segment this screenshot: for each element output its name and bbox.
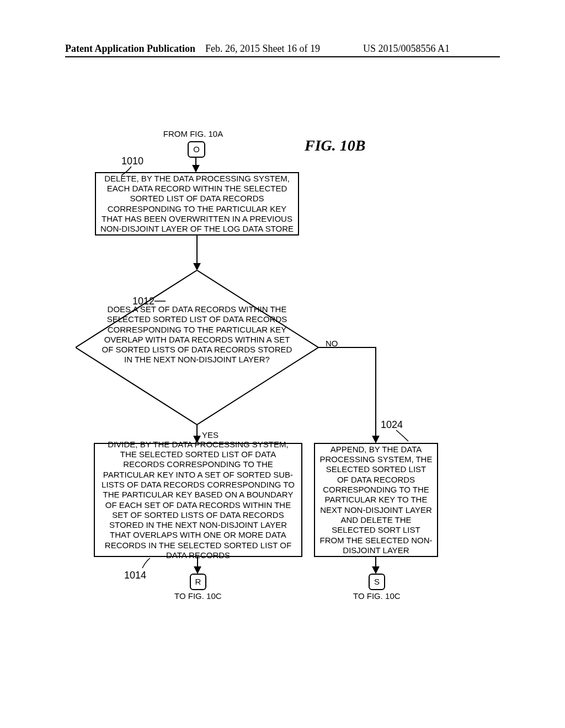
to-fig-label-s: TO FIG. 10C — [353, 591, 401, 601]
step-1014-box: DIVIDE, BY THE DATA PROCESSING SYSTEM, T… — [94, 443, 302, 557]
page: Patent Application Publication Feb. 26, … — [0, 0, 565, 728]
label-no: NO — [326, 339, 338, 348]
step-1010-text: DELETE, BY THE DATA PROCESSING SYSTEM, E… — [99, 174, 295, 234]
connector-r: R — [190, 574, 206, 590]
ref-1010: 1010 — [121, 156, 143, 167]
step-1014-text: DIVIDE, BY THE DATA PROCESSING SYSTEM, T… — [99, 440, 297, 561]
header-mid: Feb. 26, 2015 Sheet 16 of 19 — [205, 43, 320, 55]
figure-title: FIG. 10B — [305, 137, 365, 154]
connector-o: O — [188, 141, 205, 158]
step-1010-box: DELETE, BY THE DATA PROCESSING SYSTEM, E… — [95, 172, 299, 235]
ref-1024: 1024 — [381, 419, 403, 431]
ref-1014: 1014 — [124, 570, 146, 581]
header-left: Patent Application Publication — [65, 43, 195, 55]
connector-s: S — [369, 574, 385, 590]
header-rule — [65, 56, 500, 57]
header-right: US 2015/0058556 A1 — [363, 43, 450, 55]
decision-1012-text: DOES A SET OF DATA RECORDS WITHIN THE SE… — [98, 304, 296, 365]
step-1024-text: APPEND, BY THE DATA PROCESSING SYSTEM, T… — [319, 445, 433, 555]
label-yes: YES — [202, 430, 218, 440]
decision-1012: DOES A SET OF DATA RECORDS WITHIN THE SE… — [76, 270, 318, 425]
step-1024-box: APPEND, BY THE DATA PROCESSING SYSTEM, T… — [314, 443, 438, 557]
from-fig-label: FROM FIG. 10A — [138, 129, 248, 138]
to-fig-label-r: TO FIG. 10C — [174, 591, 222, 601]
